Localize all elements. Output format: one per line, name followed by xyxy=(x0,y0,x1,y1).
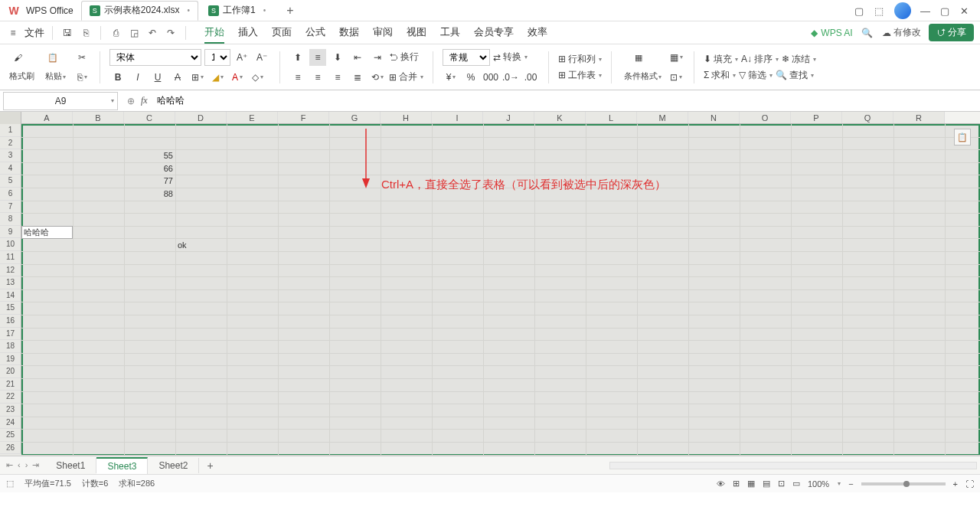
prev-sheet-icon[interactable]: ‹ xyxy=(18,460,21,470)
name-box[interactable]: A9 ▾ xyxy=(3,92,118,110)
column-header[interactable]: H xyxy=(381,112,432,123)
underline-icon[interactable]: U xyxy=(149,69,166,86)
currency-icon[interactable]: ¥ xyxy=(443,69,459,86)
row-header[interactable]: 7 xyxy=(0,201,21,214)
row-header[interactable]: 9 xyxy=(0,226,21,239)
row-header[interactable]: 2 xyxy=(0,137,21,150)
column-header[interactable]: G xyxy=(329,112,381,123)
wrap-text-button[interactable]: ⮌ 换行 xyxy=(389,51,419,64)
sheet-tab[interactable]: Sheet1 xyxy=(45,458,96,473)
page-layout-icon[interactable]: ▤ xyxy=(763,479,770,489)
increase-font-icon[interactable]: A⁺ xyxy=(234,49,250,66)
row-header[interactable]: 5 xyxy=(0,175,21,188)
cell[interactable]: 88 xyxy=(124,188,175,200)
last-sheet-icon[interactable]: ⇥ xyxy=(32,460,39,470)
wps-ai-button[interactable]: ◆ WPS AI xyxy=(811,28,852,38)
search-icon[interactable]: 🔍 xyxy=(861,26,874,40)
sort-button[interactable]: A↓ 排序▾ xyxy=(741,53,779,66)
row-header[interactable]: 21 xyxy=(0,378,21,391)
tab-dirty-indicator[interactable]: • xyxy=(188,6,191,15)
document-tab-2[interactable]: S 工作簿1 • xyxy=(200,1,274,21)
column-header[interactable]: R xyxy=(893,112,945,123)
tab-insert[interactable]: 插入 xyxy=(238,22,258,44)
row-header[interactable]: 10 xyxy=(0,238,21,251)
cell-style-icon[interactable]: ⊡ xyxy=(668,69,684,86)
tab-member[interactable]: 会员专享 xyxy=(474,22,514,44)
spreadsheet-grid[interactable]: ABCDEFGHIJKLMNOPQR 123456789101112131415… xyxy=(0,112,980,456)
orientation-icon[interactable]: ⟲ xyxy=(369,69,386,86)
row-header[interactable]: 24 xyxy=(0,417,21,430)
formula-input[interactable] xyxy=(154,94,843,108)
row-header[interactable]: 16 xyxy=(0,315,21,328)
zoom-in-icon[interactable]: + xyxy=(953,479,958,489)
sum-button[interactable]: Σ 求和▾ xyxy=(704,69,736,82)
column-header[interactable]: L xyxy=(586,112,637,123)
row-header[interactable]: 6 xyxy=(0,188,21,201)
decrease-font-icon[interactable]: A⁻ xyxy=(253,49,270,66)
font-size-select[interactable]: 11 xyxy=(204,49,230,66)
file-menu[interactable]: 文件 xyxy=(24,26,44,40)
align-justify-icon[interactable]: ≣ xyxy=(349,69,366,86)
row-header[interactable]: 19 xyxy=(0,353,21,366)
select-all-corner[interactable] xyxy=(0,112,21,124)
column-header[interactable]: K xyxy=(534,112,586,123)
row-header[interactable]: 17 xyxy=(0,328,21,341)
column-header[interactable]: Q xyxy=(842,112,893,123)
paste-options-icon[interactable]: 📋 xyxy=(954,129,971,145)
copy-icon[interactable]: ⎘ xyxy=(74,69,90,86)
column-header[interactable]: D xyxy=(175,112,227,123)
column-header[interactable]: A xyxy=(21,112,73,123)
filter-button[interactable]: ▽ 筛选▾ xyxy=(739,69,773,82)
minimize-button[interactable]: — xyxy=(920,5,931,16)
panel-icon[interactable]: ▢ xyxy=(854,5,865,16)
freeze-button[interactable]: ❄ 冻结▾ xyxy=(782,53,816,66)
cell[interactable]: 77 xyxy=(124,175,175,187)
cube-icon[interactable]: ⬚ xyxy=(874,5,885,16)
column-header[interactable]: M xyxy=(637,112,688,123)
column-header[interactable]: C xyxy=(124,112,175,123)
row-header[interactable]: 8 xyxy=(0,213,21,226)
font-name-select[interactable]: 宋体 xyxy=(109,49,201,66)
column-header[interactable]: B xyxy=(73,112,124,123)
row-header[interactable]: 13 xyxy=(0,276,21,289)
maximize-button[interactable]: ▢ xyxy=(940,5,951,16)
revision-status[interactable]: ☁ 有修改 xyxy=(882,26,921,39)
fill-color-icon[interactable]: ◢ xyxy=(209,69,226,86)
tab-review[interactable]: 审阅 xyxy=(373,22,393,44)
align-center-icon[interactable]: ≡ xyxy=(309,69,326,86)
zoom-lens-icon[interactable]: ⊕ xyxy=(127,96,135,106)
row-header[interactable]: 20 xyxy=(0,365,21,378)
undo-icon[interactable]: ↶ xyxy=(145,26,159,40)
eye-icon[interactable]: 👁 xyxy=(717,479,725,489)
tab-tools[interactable]: 工具 xyxy=(440,22,460,44)
fill-button[interactable]: ⬇ 填充▾ xyxy=(704,53,738,66)
strikethrough-icon[interactable]: A xyxy=(169,69,186,86)
column-header[interactable]: E xyxy=(227,112,278,123)
first-sheet-icon[interactable]: ⇤ xyxy=(6,460,13,470)
tab-page[interactable]: 页面 xyxy=(272,22,292,44)
page-break-icon[interactable]: ⊡ xyxy=(778,479,785,489)
next-sheet-icon[interactable]: › xyxy=(25,460,28,470)
cut-icon[interactable]: ✂ xyxy=(74,49,90,66)
column-header[interactable]: P xyxy=(791,112,842,123)
sheet-tab[interactable]: Sheet2 xyxy=(148,458,199,473)
align-right-icon[interactable]: ≡ xyxy=(329,69,346,86)
menu-icon[interactable]: ≡ xyxy=(6,26,20,40)
new-tab-button[interactable]: + xyxy=(282,4,298,18)
decrease-decimal-icon[interactable]: .00 xyxy=(522,69,539,86)
format-painter-button[interactable]: 🖌 格式刷 xyxy=(6,51,38,83)
sheet-tab[interactable]: Sheet3 xyxy=(96,457,148,474)
align-middle-icon[interactable]: ≡ xyxy=(309,49,326,66)
row-header[interactable]: 23 xyxy=(0,404,21,417)
cell[interactable]: ok xyxy=(175,239,227,251)
increase-indent-icon[interactable]: ⇥ xyxy=(369,49,386,66)
align-bottom-icon[interactable]: ⬇ xyxy=(329,49,346,66)
rowcol-button[interactable]: ⊞ 行和列▾ xyxy=(558,53,602,66)
tab-formula[interactable]: 公式 xyxy=(305,22,325,44)
row-header[interactable]: 15 xyxy=(0,302,21,315)
cell[interactable]: 55 xyxy=(124,149,175,162)
column-header[interactable]: O xyxy=(740,112,791,123)
fx-icon[interactable]: fx xyxy=(141,95,148,106)
row-header[interactable]: 14 xyxy=(0,289,21,302)
tab-dirty-indicator[interactable]: • xyxy=(263,6,266,15)
